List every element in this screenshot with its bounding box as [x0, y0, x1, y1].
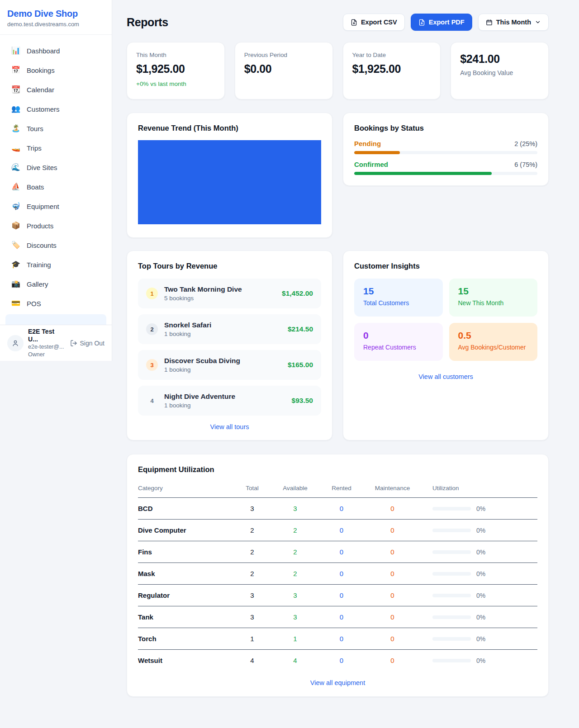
- utilization-percent: 0%: [476, 505, 485, 512]
- main-content: Reports Export CSV Export PDF This Month…: [112, 0, 579, 715]
- equipment-category: Mask: [138, 563, 233, 585]
- stat-card-avg-booking-value: $241.00 Avg Booking Value: [451, 42, 549, 99]
- sidebar-item-equipment[interactable]: 🤿Equipment: [5, 198, 106, 215]
- sidebar-item-bookings[interactable]: 📅Bookings: [5, 61, 106, 79]
- table-row: Tank 3 3 0 0 0%: [138, 606, 537, 628]
- sidebar-item-calendar[interactable]: 📆Calendar: [5, 81, 106, 98]
- sidebar-item-tours[interactable]: 🏝️Tours: [5, 120, 106, 137]
- tag-icon: 🏷️: [11, 241, 21, 249]
- status-row-confirmed: Confirmed 6 (75%): [354, 161, 537, 175]
- period-dropdown[interactable]: This Month: [478, 14, 549, 31]
- stat-card-previous-period: Previous Period $0.00: [235, 42, 333, 99]
- speedboat-icon: 🚤: [11, 144, 21, 151]
- table-row: Torch 1 1 0 0 0%: [138, 628, 537, 650]
- column-header-available: Available: [271, 480, 319, 498]
- equipment-category: Torch: [138, 628, 233, 650]
- stat-delta: +0% vs last month: [136, 80, 215, 87]
- insight-tile-repeat-customers: 0 Repeat Customers: [354, 323, 443, 361]
- sign-out-button[interactable]: Sign Out: [70, 340, 104, 347]
- sidebar-item-pos[interactable]: 💳POS: [5, 295, 106, 312]
- status-bar-track: [354, 172, 537, 175]
- rank-badge: 4: [146, 395, 158, 407]
- sidebar: Demo Dive Shop demo.test.divestreams.com…: [0, 0, 112, 361]
- equipment-rented: 0: [319, 606, 364, 628]
- graduation-cap-icon: 🎓: [11, 261, 21, 268]
- tour-row[interactable]: 3 Discover Scuba Diving1 booking $165.00: [138, 350, 321, 380]
- equipment-total: 3: [233, 498, 271, 520]
- revenue-trend-card: Revenue Trend (This Month): [127, 113, 332, 238]
- utilization-bar: [432, 507, 471, 511]
- column-header-utilization: Utilization: [421, 480, 537, 498]
- sidebar-item-training[interactable]: 🎓Training: [5, 256, 106, 273]
- export-pdf-button[interactable]: Export PDF: [411, 14, 472, 31]
- export-csv-label: Export CSV: [361, 19, 397, 26]
- equipment-category: Regulator: [138, 585, 233, 606]
- equipment-available: 2: [271, 541, 319, 563]
- user-email: e2e-tester@...: [28, 343, 66, 351]
- sidebar-item-dive-sites[interactable]: 🌊Dive Sites: [5, 159, 106, 176]
- sidebar-item-label: Bookings: [27, 66, 55, 74]
- equipment-maintenance: 0: [364, 606, 421, 628]
- equipment-total: 2: [233, 520, 271, 541]
- sidebar-item-trips[interactable]: 🚤Trips: [5, 139, 106, 156]
- equipment-available: 3: [271, 498, 319, 520]
- insight-tile-avg-bookings: 0.5 Avg Bookings/Customer: [449, 323, 538, 361]
- sidebar-item-gallery[interactable]: 📸Gallery: [5, 275, 106, 293]
- sidebar-item-dashboard[interactable]: 📊Dashboard: [5, 42, 106, 59]
- shop-title[interactable]: Demo Dive Shop: [7, 9, 104, 19]
- equipment-maintenance: 0: [364, 628, 421, 650]
- tour-row[interactable]: 4 Night Dive Adventure1 booking $93.50: [138, 386, 321, 416]
- chevron-down-icon: [535, 19, 541, 25]
- equipment-category: Fins: [138, 541, 233, 563]
- bookings-by-status-title: Bookings by Status: [354, 124, 537, 132]
- status-label: Confirmed: [354, 161, 388, 168]
- stat-value: $0.00: [244, 62, 323, 76]
- shop-subdomain: demo.test.divestreams.com: [7, 21, 104, 28]
- insight-value: 0.5: [458, 330, 529, 341]
- sidebar-nav: 📊Dashboard 📅Bookings 📆Calendar 👥Customer…: [0, 35, 112, 325]
- equipment-maintenance: 0: [364, 498, 421, 520]
- stat-label: This Month: [136, 52, 215, 58]
- user-avatar-icon: [7, 335, 24, 351]
- camera-icon: 📸: [11, 280, 21, 288]
- stat-card-this-month: This Month $1,925.00 +0% vs last month: [127, 42, 225, 99]
- sailboat-icon: ⛵: [11, 183, 21, 190]
- status-value: 6 (75%): [514, 161, 537, 168]
- stat-card-year-to-date: Year to Date $1,925.00: [343, 42, 441, 99]
- utilization-percent: 0%: [476, 657, 485, 664]
- rank-badge: 3: [146, 359, 158, 371]
- tour-row[interactable]: 2 Snorkel Safari1 booking $214.50: [138, 314, 321, 344]
- equipment-total: 2: [233, 563, 271, 585]
- sidebar-item-label: Calendar: [27, 86, 54, 94]
- table-row: Regulator 3 3 0 0 0%: [138, 585, 537, 606]
- equipment-total: 1: [233, 628, 271, 650]
- equipment-available: 3: [271, 585, 319, 606]
- lists-row: Top Tours by Revenue 1 Two Tank Morning …: [127, 251, 549, 440]
- sidebar-item-label: Dive Sites: [27, 164, 57, 171]
- equipment-rented: 0: [319, 563, 364, 585]
- insight-tile-new-this-month: 15 New This Month: [449, 279, 538, 317]
- table-row: Mask 2 2 0 0 0%: [138, 563, 537, 585]
- view-all-tours-link[interactable]: View all tours: [138, 423, 321, 430]
- sidebar-item-products[interactable]: 📦Products: [5, 217, 106, 234]
- insight-value: 0: [363, 330, 434, 341]
- view-all-equipment-link[interactable]: View all equipment: [138, 679, 537, 686]
- sidebar-item-discounts[interactable]: 🏷️Discounts: [5, 236, 106, 254]
- sidebar-item-customers[interactable]: 👥Customers: [5, 100, 106, 118]
- tour-row[interactable]: 1 Two Tank Morning Dive5 bookings $1,452…: [138, 279, 321, 308]
- insight-tile-total-customers: 15 Total Customers: [354, 279, 443, 317]
- sidebar-item-boats[interactable]: ⛵Boats: [5, 178, 106, 195]
- revenue-trend-title: Revenue Trend (This Month): [138, 124, 321, 132]
- export-csv-button[interactable]: Export CSV: [343, 14, 405, 31]
- stat-value: $1,925.00: [136, 62, 215, 76]
- equipment-maintenance: 0: [364, 541, 421, 563]
- sidebar-item-label: Trips: [27, 144, 42, 152]
- view-all-customers-link[interactable]: View all customers: [354, 373, 537, 380]
- equipment-maintenance: 0: [364, 650, 421, 671]
- package-icon: 📦: [11, 222, 21, 229]
- sidebar-item-active-partial[interactable]: [5, 314, 106, 325]
- sidebar-user: E2E Test U... e2e-tester@... Owner Sign …: [0, 325, 112, 361]
- revenue-trend-chart: [138, 140, 321, 224]
- equipment-utilization-title: Equipment Utilization: [138, 465, 537, 474]
- rank-badge: 2: [146, 323, 158, 335]
